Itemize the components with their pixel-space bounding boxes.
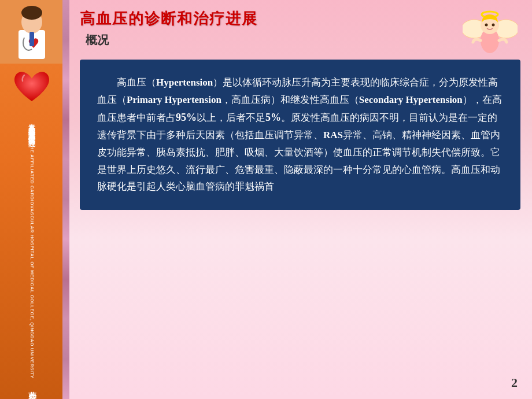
main-title: 高血压的诊断和治疗进展 xyxy=(80,9,463,29)
title-section: 高血压的诊断和治疗进展 概况 xyxy=(80,9,463,48)
primary-hypertension-en: Primary Hypertension xyxy=(127,94,221,105)
doctor-illustration xyxy=(0,0,64,64)
angel-image xyxy=(463,9,515,55)
institution-en-text: THE AFFILIATED CARDIOVASCULAR HOSPITAL O… xyxy=(29,143,35,379)
svg-rect-4 xyxy=(29,32,34,46)
heart-svg xyxy=(12,69,52,107)
header: 高血压的诊断和治疗进展 概况 xyxy=(80,9,520,55)
left-sidebar: 青岛大学医学院附属心血管病医院 THE AFFILIATED CARDIOVAS… xyxy=(0,0,64,399)
hypertension-en: Hypertension xyxy=(156,77,213,88)
subtitle: 概况 xyxy=(86,32,463,48)
main-content: 高血压的诊断和治疗进展 概况 xyxy=(68,0,532,399)
percent-95: 95% xyxy=(176,112,197,123)
text-box: 高血压（Hypertension）是以体循环动脉压升高为主要表现的临床综合症，分… xyxy=(80,60,520,210)
doctor-image xyxy=(0,0,64,64)
svg-point-10 xyxy=(485,24,488,27)
institution-text: 青岛大学医学院附属心血管病医院 xyxy=(28,118,36,138)
page-number: 2 xyxy=(511,375,518,390)
percent-5: 5% xyxy=(265,112,281,123)
floral-strip xyxy=(62,0,69,399)
heart-decoration xyxy=(12,69,52,109)
svg-point-3 xyxy=(21,6,42,20)
secondary-hypertension-en: Secondary Hypertension xyxy=(359,94,463,105)
angel-svg xyxy=(463,9,518,58)
author-text: 曹广智 xyxy=(27,385,37,390)
content-paragraph: 高血压（Hypertension）是以体循环动脉压升高为主要表现的临床综合症，分… xyxy=(97,74,503,195)
svg-point-11 xyxy=(492,24,495,27)
ras-text: RAS xyxy=(323,130,343,141)
